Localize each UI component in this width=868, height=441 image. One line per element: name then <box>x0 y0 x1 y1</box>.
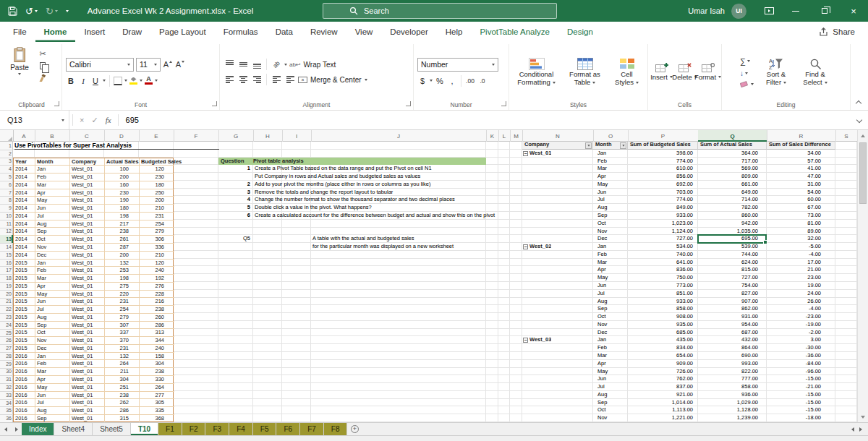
fill-dropdown-icon[interactable] <box>745 72 748 74</box>
sheet-tab-sheet4[interactable]: Sheet4 <box>54 423 93 435</box>
cell-Q13[interactable]: 695.00 <box>698 235 767 243</box>
cell-E21[interactable]: 216 <box>140 298 174 306</box>
format-painter-icon[interactable] <box>38 74 47 82</box>
filter-dropdown-icon[interactable] <box>585 142 592 149</box>
column-header-I[interactable]: I <box>282 130 312 142</box>
cell-H7[interactable]: Remove the totals and change the report … <box>255 189 393 197</box>
cell-D35[interactable]: 286 <box>105 407 140 415</box>
cell-R32[interactable]: -21.00 <box>767 383 835 391</box>
cell-O28[interactable]: Mar <box>597 352 628 360</box>
cell-B27[interactable]: Dec <box>35 345 70 353</box>
cell-A16[interactable]: 2015 <box>14 260 35 267</box>
cell-A23[interactable]: 2015 <box>14 314 35 322</box>
cell-D15[interactable]: 200 <box>105 252 140 260</box>
cell-B19[interactable]: Apr <box>35 283 70 291</box>
autosum-button[interactable]: ∑ <box>740 57 750 66</box>
cell-R30[interactable]: -96.00 <box>767 368 835 376</box>
cell-D25[interactable]: 337 <box>105 329 140 337</box>
cell-C36[interactable]: West_01 <box>70 415 105 422</box>
cell-C25[interactable]: West_01 <box>70 329 105 337</box>
cell-B22[interactable]: Jul <box>35 306 70 314</box>
cell-Q11[interactable]: 942.00 <box>698 220 767 228</box>
pivot-header-month[interactable]: Month <box>593 142 628 150</box>
cell-A3[interactable]: Year <box>14 158 35 166</box>
insert-function-icon[interactable]: fx <box>102 116 115 124</box>
cell-C20[interactable]: West_01 <box>70 291 105 299</box>
cell-R18[interactable]: 23.00 <box>767 274 835 282</box>
cell-O17[interactable]: Apr <box>597 266 628 274</box>
cell-C17[interactable]: West_01 <box>70 267 105 275</box>
ribbon-tab-draw[interactable]: Draw <box>114 22 150 42</box>
cell-C29[interactable]: West_01 <box>70 360 105 368</box>
cell-O7[interactable]: Jun <box>597 189 628 197</box>
sheet-tab-f7[interactable]: F7 <box>300 423 324 435</box>
cell-C14[interactable]: West_01 <box>70 244 105 252</box>
cell-E22[interactable]: 238 <box>140 306 174 314</box>
cell-D13[interactable]: 261 <box>105 236 140 244</box>
cell-O21[interactable]: Aug <box>597 298 628 306</box>
format-dropdown-icon[interactable] <box>718 76 721 78</box>
cell-E8[interactable]: 200 <box>140 197 174 205</box>
cell-E19[interactable]: 276 <box>140 283 174 291</box>
cell-Q25[interactable]: 687.00 <box>698 329 767 337</box>
number-format-select[interactable]: Number <box>417 58 498 72</box>
user-name[interactable]: Umar Isah <box>688 7 725 15</box>
cell-P31[interactable]: 762.00 <box>628 375 698 383</box>
ribbon-tab-design[interactable]: Design <box>558 22 602 42</box>
scroll-up-icon[interactable] <box>858 130 868 141</box>
cell-P8[interactable]: 774.00 <box>628 196 698 204</box>
cell-Q8[interactable]: 714.00 <box>698 196 767 204</box>
cell-C31[interactable]: West_01 <box>70 376 105 384</box>
cell-C7[interactable]: West_01 <box>70 189 105 197</box>
cell-R28[interactable]: -36.00 <box>767 352 835 360</box>
cell-O27[interactable]: Feb <box>597 344 628 352</box>
cell-G10[interactable]: 6 <box>218 212 252 220</box>
column-header-F[interactable]: F <box>174 130 219 142</box>
collapse-icon[interactable]: − <box>523 338 528 343</box>
ribbon-tab-data[interactable]: Data <box>267 22 302 42</box>
cell-Q9[interactable]: 782.00 <box>698 204 767 212</box>
cell-C30[interactable]: West_01 <box>70 368 105 376</box>
sheet-tab-f2[interactable]: F2 <box>182 423 206 435</box>
cell-R34[interactable]: -15.00 <box>767 399 835 407</box>
cell-B34[interactable]: Jul <box>35 399 70 407</box>
cell-E28[interactable]: 158 <box>140 353 174 361</box>
cell-R11[interactable]: 81.00 <box>767 220 835 228</box>
filter-dropdown-icon[interactable] <box>620 142 626 149</box>
align-right-icon[interactable] <box>251 74 263 85</box>
cell-Q33[interactable]: 936.00 <box>698 391 767 399</box>
cell-D5[interactable]: 200 <box>105 174 140 181</box>
cell-Q34[interactable]: 1,029.00 <box>698 399 767 407</box>
accounting-format-icon[interactable]: $ <box>417 75 427 87</box>
cell-P17[interactable]: 836.00 <box>628 266 698 274</box>
cell-B29[interactable]: Feb <box>35 360 70 368</box>
cell-Q16[interactable]: 624.00 <box>698 259 767 267</box>
cell-B11[interactable]: Aug <box>35 220 70 228</box>
cell-A27[interactable]: 2015 <box>14 345 35 353</box>
cell-R16[interactable]: 17.00 <box>767 259 835 267</box>
cell-P6[interactable]: 692.00 <box>628 181 698 189</box>
cell-A34[interactable]: 2016 <box>14 399 35 407</box>
number-format-dropdown-icon[interactable] <box>492 64 495 66</box>
cell-B32[interactable]: May <box>35 384 70 392</box>
cell-R24[interactable]: -19.00 <box>767 321 835 329</box>
cell-D34[interactable]: 262 <box>105 399 140 407</box>
cell-P23[interactable]: 908.00 <box>628 313 698 321</box>
cell-D19[interactable]: 275 <box>105 283 140 291</box>
cell-E15[interactable]: 210 <box>140 252 174 260</box>
cell-R13[interactable]: 32.00 <box>767 235 835 243</box>
cell-G7[interactable]: 3 <box>218 189 252 197</box>
cell-B5[interactable]: Feb <box>35 174 70 181</box>
cell-R7[interactable]: 54.00 <box>767 189 835 197</box>
cell-E4[interactable]: 120 <box>140 166 174 174</box>
select-all-button[interactable] <box>0 130 14 142</box>
restore-button[interactable] <box>810 0 839 22</box>
cell-R4[interactable]: 41.00 <box>767 165 835 173</box>
cell-Q19[interactable]: 754.00 <box>698 282 767 290</box>
cell-A8[interactable]: 2014 <box>14 197 35 205</box>
cell-D18[interactable]: 198 <box>105 275 140 283</box>
scroll-down-icon[interactable] <box>858 411 868 422</box>
cell-D4[interactable]: 100 <box>105 166 140 174</box>
cell-O19[interactable]: Jun <box>597 282 628 290</box>
ribbon-tab-view[interactable]: View <box>346 22 382 42</box>
